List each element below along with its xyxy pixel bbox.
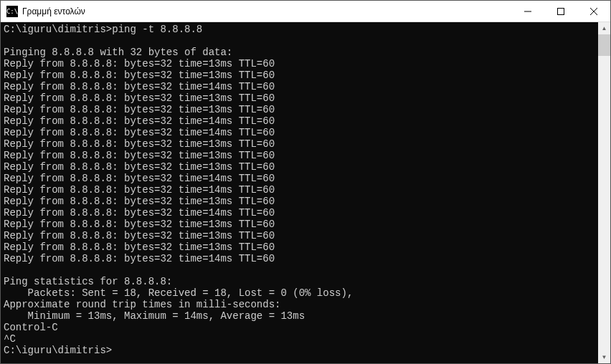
ping-reply: Reply from 8.8.8.8: bytes=32 time=13ms T… [4, 92, 275, 104]
ping-reply: Reply from 8.8.8.8: bytes=32 time=14ms T… [4, 81, 275, 92]
scroll-track[interactable] [598, 34, 610, 351]
caret-c: ^C [4, 333, 16, 345]
command-text: ping -t 8.8.8.8 [112, 24, 202, 35]
ping-reply: Reply from 8.8.8.8: bytes=32 time=13ms T… [4, 230, 275, 241]
maximize-button[interactable] [544, 1, 577, 21]
stats-packets: Packets: Sent = 18, Received = 18, Lost … [4, 287, 353, 299]
window-titlebar: C:\ Γραμμή εντολών [1, 1, 610, 22]
ping-reply: Reply from 8.8.8.8: bytes=32 time=13ms T… [4, 161, 275, 173]
ping-reply: Reply from 8.8.8.8: bytes=32 time=13ms T… [4, 219, 275, 230]
rtt-values: Minimum = 13ms, Maximum = 14ms, Average … [4, 310, 305, 322]
ping-reply: Reply from 8.8.8.8: bytes=32 time=14ms T… [4, 115, 275, 127]
stats-header: Ping statistics for 8.8.8.8: [4, 276, 172, 287]
scroll-up-arrow[interactable]: ▲ [598, 22, 610, 34]
control-c-text: Control-C [4, 322, 58, 333]
vertical-scrollbar[interactable]: ▲ ▼ [598, 22, 610, 363]
window-controls [511, 1, 610, 21]
ping-reply: Reply from 8.8.8.8: bytes=32 time=13ms T… [4, 196, 275, 207]
terminal-output[interactable]: C:\iguru\dimitris>ping -t 8.8.8.8 Pingin… [1, 22, 598, 363]
ping-header: Pinging 8.8.8.8 with 32 bytes of data: [4, 47, 232, 58]
scroll-down-arrow[interactable]: ▼ [598, 351, 610, 363]
ping-reply: Reply from 8.8.8.8: bytes=32 time=14ms T… [4, 253, 275, 264]
prompt-path: C:\iguru\dimitris> [4, 24, 112, 35]
ping-reply: Reply from 8.8.8.8: bytes=32 time=13ms T… [4, 70, 275, 81]
close-button[interactable] [577, 1, 610, 21]
minimize-button[interactable] [511, 1, 544, 21]
ping-reply: Reply from 8.8.8.8: bytes=32 time=14ms T… [4, 184, 275, 196]
window-title: Γραμμή εντολών [22, 6, 511, 16]
ping-reply: Reply from 8.8.8.8: bytes=32 time=13ms T… [4, 138, 275, 150]
terminal-container: C:\iguru\dimitris>ping -t 8.8.8.8 Pingin… [1, 22, 610, 363]
svg-rect-1 [558, 8, 564, 14]
ping-reply: Reply from 8.8.8.8: bytes=32 time=14ms T… [4, 127, 275, 138]
final-prompt: C:\iguru\dimitris> [4, 345, 112, 356]
ping-reply: Reply from 8.8.8.8: bytes=32 time=13ms T… [4, 241, 275, 253]
ping-reply: Reply from 8.8.8.8: bytes=32 time=13ms T… [4, 104, 275, 115]
ping-reply: Reply from 8.8.8.8: bytes=32 time=14ms T… [4, 207, 275, 219]
ping-reply: Reply from 8.8.8.8: bytes=32 time=13ms T… [4, 58, 275, 70]
ping-reply: Reply from 8.8.8.8: bytes=32 time=13ms T… [4, 150, 275, 161]
cmd-icon: C:\ [6, 6, 18, 17]
ping-reply: Reply from 8.8.8.8: bytes=32 time=14ms T… [4, 173, 275, 184]
scroll-thumb[interactable] [598, 34, 610, 56]
rtt-header: Approximate round trip times in milli-se… [4, 299, 280, 310]
prompt-line: C:\iguru\dimitris>ping -t 8.8.8.8 [4, 24, 202, 35]
